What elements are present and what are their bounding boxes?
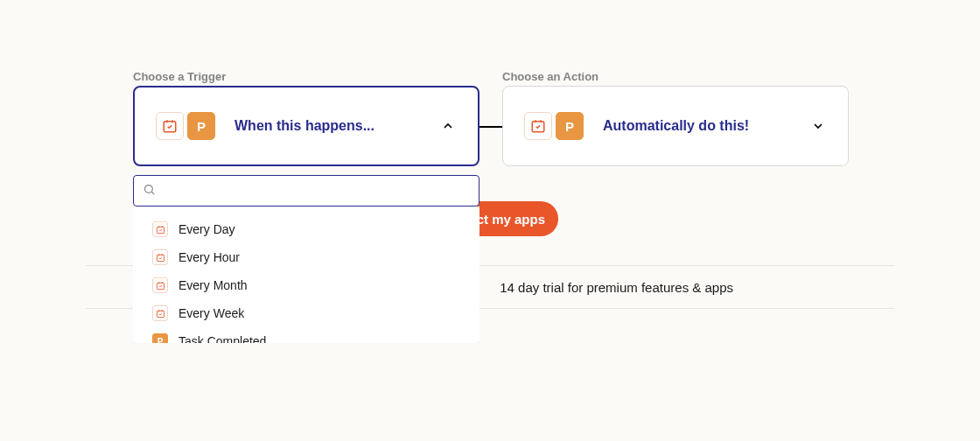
action-label: Choose an Action	[502, 70, 598, 83]
calendar-icon	[524, 112, 552, 140]
trigger-option-label: Every Hour	[178, 250, 240, 264]
calendar-icon	[156, 112, 184, 140]
action-app-icons: P	[524, 112, 584, 140]
trigger-option-label: Every Month	[178, 278, 248, 292]
trigger-option[interactable]: PTask Completed	[133, 327, 480, 343]
action-card[interactable]: P Automatically do this!	[502, 86, 849, 166]
trigger-option[interactable]: Every Week	[133, 299, 480, 327]
search-icon	[143, 183, 156, 200]
trigger-option-label: Every Week	[178, 306, 244, 320]
search-input[interactable]	[163, 184, 470, 198]
trigger-card[interactable]: P When this happens...	[133, 86, 480, 166]
trigger-dropdown: Every DayEvery HourEvery MonthEvery Week…	[133, 206, 480, 343]
calendar-icon	[152, 221, 168, 237]
app-p-icon: P	[187, 112, 215, 140]
svg-line-7	[151, 192, 154, 194]
search-box[interactable]	[133, 175, 480, 206]
svg-point-6	[145, 185, 153, 192]
calendar-icon	[152, 249, 168, 265]
trigger-option[interactable]: Every Hour	[133, 243, 480, 271]
trigger-app-icons: P	[156, 112, 215, 140]
trigger-option[interactable]: Every Day	[133, 215, 480, 243]
action-card-text: Automatically do this!	[603, 118, 809, 134]
trigger-card-text: When this happens...	[234, 118, 439, 134]
calendar-icon	[152, 305, 168, 321]
chevron-up-icon	[439, 117, 457, 135]
trigger-option-label: Task Completed	[178, 334, 266, 343]
connector-line	[480, 126, 502, 128]
trigger-option[interactable]: Every Month	[133, 271, 480, 299]
chevron-down-icon	[809, 117, 827, 135]
calendar-icon	[152, 277, 168, 293]
trigger-label: Choose a Trigger	[133, 70, 226, 83]
app-p-icon: P	[152, 333, 168, 343]
trigger-option-label: Every Day	[178, 222, 235, 236]
app-p-icon: P	[556, 112, 584, 140]
